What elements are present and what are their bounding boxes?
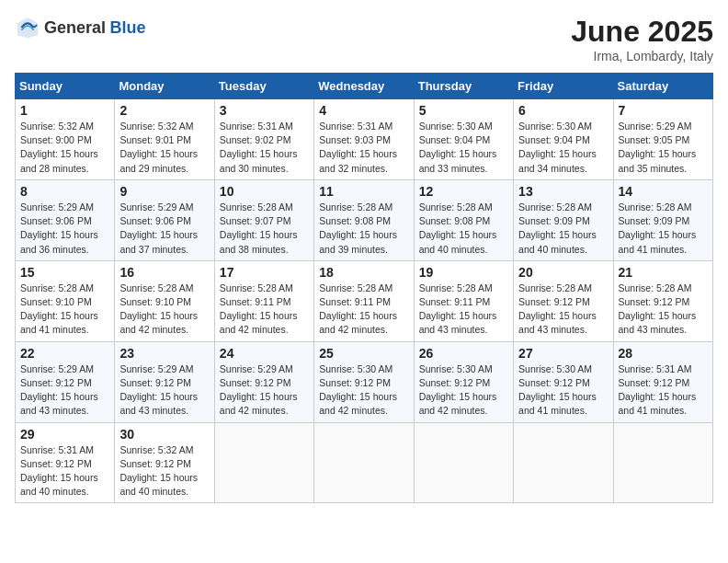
table-row: 29Sunrise: 5:31 AM Sunset: 9:12 PM Dayli…	[16, 422, 115, 503]
day-info: Sunrise: 5:28 AM Sunset: 9:12 PM Dayligh…	[619, 282, 708, 338]
table-row: 17Sunrise: 5:28 AM Sunset: 9:11 PM Dayli…	[214, 260, 313, 341]
day-info: Sunrise: 5:29 AM Sunset: 9:06 PM Dayligh…	[119, 201, 209, 257]
calendar-week-3: 15Sunrise: 5:28 AM Sunset: 9:10 PM Dayli…	[16, 260, 713, 341]
table-row	[414, 422, 513, 503]
day-number: 24	[220, 346, 309, 361]
calendar-week-4: 22Sunrise: 5:29 AM Sunset: 9:12 PM Dayli…	[16, 341, 713, 422]
day-info: Sunrise: 5:28 AM Sunset: 9:10 PM Dayligh…	[119, 282, 209, 338]
location: Irma, Lombardy, Italy	[571, 49, 713, 63]
day-info: Sunrise: 5:28 AM Sunset: 9:10 PM Dayligh…	[20, 282, 109, 338]
day-number: 12	[419, 184, 508, 199]
calendar-week-2: 8Sunrise: 5:29 AM Sunset: 9:06 PM Daylig…	[16, 179, 713, 260]
day-number: 13	[518, 184, 608, 199]
col-sunday: Sunday	[16, 74, 115, 99]
day-info: Sunrise: 5:30 AM Sunset: 9:04 PM Dayligh…	[419, 120, 508, 176]
day-info: Sunrise: 5:30 AM Sunset: 9:12 PM Dayligh…	[518, 362, 608, 419]
table-row	[214, 422, 313, 503]
day-number: 27	[518, 346, 608, 361]
day-number: 19	[419, 265, 508, 280]
day-number: 21	[619, 265, 708, 280]
day-info: Sunrise: 5:28 AM Sunset: 9:09 PM Dayligh…	[518, 201, 608, 257]
table-row: 10Sunrise: 5:28 AM Sunset: 9:07 PM Dayli…	[214, 179, 313, 260]
table-row: 12Sunrise: 5:28 AM Sunset: 9:08 PM Dayli…	[414, 179, 513, 260]
day-info: Sunrise: 5:32 AM Sunset: 9:01 PM Dayligh…	[119, 120, 209, 176]
day-info: Sunrise: 5:32 AM Sunset: 9:00 PM Dayligh…	[20, 120, 109, 176]
day-info: Sunrise: 5:28 AM Sunset: 9:11 PM Dayligh…	[220, 282, 309, 338]
table-row: 20Sunrise: 5:28 AM Sunset: 9:12 PM Dayli…	[514, 260, 613, 341]
day-number: 23	[119, 346, 209, 361]
table-row: 26Sunrise: 5:30 AM Sunset: 9:12 PM Dayli…	[414, 341, 513, 422]
day-number: 7	[619, 103, 708, 118]
table-row: 5Sunrise: 5:30 AM Sunset: 9:04 PM Daylig…	[414, 99, 513, 180]
table-row: 19Sunrise: 5:28 AM Sunset: 9:11 PM Dayli…	[414, 260, 513, 341]
day-info: Sunrise: 5:30 AM Sunset: 9:04 PM Dayligh…	[518, 120, 608, 176]
day-info: Sunrise: 5:29 AM Sunset: 9:12 PM Dayligh…	[220, 362, 309, 419]
day-number: 30	[119, 427, 209, 442]
calendar-header-row: Sunday Monday Tuesday Wednesday Thursday…	[16, 74, 713, 99]
day-number: 6	[518, 103, 608, 118]
table-row: 2Sunrise: 5:32 AM Sunset: 9:01 PM Daylig…	[115, 99, 214, 180]
day-number: 28	[619, 346, 708, 361]
table-row: 21Sunrise: 5:28 AM Sunset: 9:12 PM Dayli…	[613, 260, 712, 341]
logo-general: General	[44, 18, 106, 37]
day-number: 25	[319, 346, 408, 361]
table-row: 3Sunrise: 5:31 AM Sunset: 9:02 PM Daylig…	[214, 99, 313, 180]
day-info: Sunrise: 5:29 AM Sunset: 9:12 PM Dayligh…	[119, 362, 209, 419]
col-friday: Friday	[514, 74, 613, 99]
col-thursday: Thursday	[414, 74, 513, 99]
day-number: 11	[319, 184, 408, 199]
table-row: 7Sunrise: 5:29 AM Sunset: 9:05 PM Daylig…	[613, 99, 712, 180]
day-info: Sunrise: 5:29 AM Sunset: 9:06 PM Dayligh…	[20, 201, 109, 257]
table-row: 11Sunrise: 5:28 AM Sunset: 9:08 PM Dayli…	[314, 179, 414, 260]
day-number: 4	[319, 103, 408, 118]
day-number: 1	[20, 103, 109, 118]
day-info: Sunrise: 5:29 AM Sunset: 9:12 PM Dayligh…	[20, 362, 109, 419]
day-number: 29	[20, 427, 109, 442]
day-info: Sunrise: 5:29 AM Sunset: 9:05 PM Dayligh…	[619, 120, 708, 176]
day-number: 10	[220, 184, 309, 199]
table-row: 15Sunrise: 5:28 AM Sunset: 9:10 PM Dayli…	[16, 260, 115, 341]
col-tuesday: Tuesday	[214, 74, 313, 99]
table-row: 14Sunrise: 5:28 AM Sunset: 9:09 PM Dayli…	[613, 179, 712, 260]
day-info: Sunrise: 5:28 AM Sunset: 9:12 PM Dayligh…	[518, 282, 608, 338]
logo-blue: Blue	[110, 18, 146, 37]
day-info: Sunrise: 5:30 AM Sunset: 9:12 PM Dayligh…	[419, 362, 508, 419]
table-row: 16Sunrise: 5:28 AM Sunset: 9:10 PM Dayli…	[115, 260, 214, 341]
table-row: 22Sunrise: 5:29 AM Sunset: 9:12 PM Dayli…	[16, 341, 115, 422]
table-row: 9Sunrise: 5:29 AM Sunset: 9:06 PM Daylig…	[115, 179, 214, 260]
day-number: 26	[419, 346, 508, 361]
col-saturday: Saturday	[613, 74, 712, 99]
day-info: Sunrise: 5:31 AM Sunset: 9:03 PM Dayligh…	[319, 120, 408, 176]
day-number: 3	[220, 103, 309, 118]
logo: General Blue	[15, 15, 146, 40]
day-number: 18	[319, 265, 408, 280]
day-number: 17	[220, 265, 309, 280]
day-info: Sunrise: 5:30 AM Sunset: 9:12 PM Dayligh…	[319, 362, 408, 419]
day-number: 20	[518, 265, 608, 280]
day-number: 9	[119, 184, 209, 199]
day-number: 2	[119, 103, 209, 118]
table-row: 23Sunrise: 5:29 AM Sunset: 9:12 PM Dayli…	[115, 341, 214, 422]
table-row: 27Sunrise: 5:30 AM Sunset: 9:12 PM Dayli…	[514, 341, 613, 422]
table-row: 24Sunrise: 5:29 AM Sunset: 9:12 PM Dayli…	[214, 341, 313, 422]
table-row	[314, 422, 414, 503]
day-info: Sunrise: 5:28 AM Sunset: 9:11 PM Dayligh…	[419, 282, 508, 338]
calendar-table: Sunday Monday Tuesday Wednesday Thursday…	[15, 73, 713, 503]
month-title: June 2025	[571, 15, 713, 49]
day-info: Sunrise: 5:32 AM Sunset: 9:12 PM Dayligh…	[119, 443, 209, 500]
col-monday: Monday	[115, 74, 214, 99]
table-row: 6Sunrise: 5:30 AM Sunset: 9:04 PM Daylig…	[514, 99, 613, 180]
table-row: 8Sunrise: 5:29 AM Sunset: 9:06 PM Daylig…	[16, 179, 115, 260]
title-area: June 2025 Irma, Lombardy, Italy	[571, 15, 713, 63]
day-info: Sunrise: 5:31 AM Sunset: 9:02 PM Dayligh…	[220, 120, 309, 176]
table-row: 13Sunrise: 5:28 AM Sunset: 9:09 PM Dayli…	[514, 179, 613, 260]
day-info: Sunrise: 5:28 AM Sunset: 9:09 PM Dayligh…	[619, 201, 708, 257]
day-info: Sunrise: 5:28 AM Sunset: 9:11 PM Dayligh…	[319, 282, 408, 338]
calendar-week-5: 29Sunrise: 5:31 AM Sunset: 9:12 PM Dayli…	[16, 422, 713, 503]
table-row	[514, 422, 613, 503]
col-wednesday: Wednesday	[314, 74, 414, 99]
day-info: Sunrise: 5:28 AM Sunset: 9:07 PM Dayligh…	[220, 201, 309, 257]
day-number: 22	[20, 346, 109, 361]
day-number: 5	[419, 103, 508, 118]
calendar-week-1: 1Sunrise: 5:32 AM Sunset: 9:00 PM Daylig…	[16, 99, 713, 180]
